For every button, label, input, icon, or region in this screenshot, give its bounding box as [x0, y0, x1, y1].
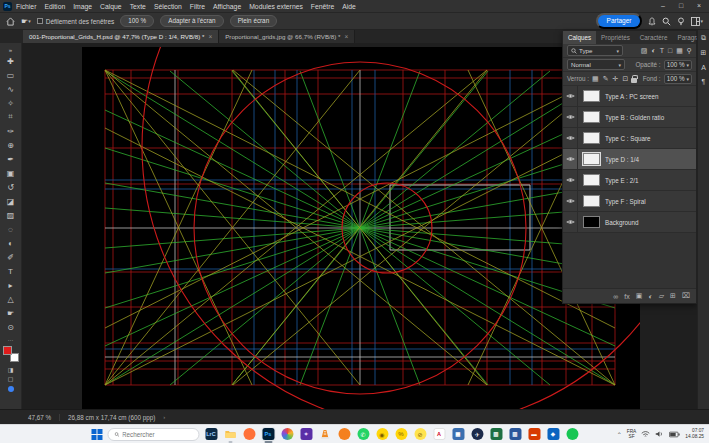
document-canvas[interactable]: [82, 47, 640, 409]
firefox-icon[interactable]: [242, 427, 256, 441]
collapsed-libraries-panel-icon[interactable]: ⊞: [701, 49, 707, 57]
link-layers-icon[interactable]: ∞: [613, 293, 618, 300]
clone-stamp-tool-icon[interactable]: ▣: [2, 166, 20, 180]
menu-item[interactable]: Aide: [342, 3, 356, 10]
layer-row[interactable]: Background: [563, 212, 696, 233]
layer-filter-select[interactable]: Type ▾: [567, 45, 623, 56]
search-icon[interactable]: [662, 17, 671, 26]
taskbar-search[interactable]: [107, 428, 199, 441]
fit-screen-button[interactable]: Adapter à l'écran: [160, 15, 223, 27]
green-circle-app-icon[interactable]: [565, 427, 579, 441]
collapsed-character-panel-icon[interactable]: A: [701, 64, 706, 71]
magic-wand-tool-icon[interactable]: ✧: [2, 96, 20, 110]
layer-row[interactable]: Type C : Square: [563, 128, 696, 149]
vlc-icon[interactable]: [318, 427, 332, 441]
edit-toolbar-icon[interactable]: …: [2, 334, 20, 343]
discover-bulb-icon[interactable]: [677, 17, 685, 26]
status-chevron-icon[interactable]: ›: [163, 414, 165, 420]
blur-tool-icon[interactable]: ◌: [2, 222, 20, 236]
checkbox-box[interactable]: [37, 18, 43, 24]
maximize-button[interactable]: □: [673, 0, 689, 12]
dark-circle-app-icon[interactable]: ✈: [470, 427, 484, 441]
layer-row[interactable]: Type D : 1/4: [563, 149, 696, 170]
gradient-tool-icon[interactable]: ▨: [2, 208, 20, 222]
menu-item[interactable]: Fenêtre: [311, 3, 334, 10]
hidden-icons-chevron-icon[interactable]: ⌃: [617, 431, 622, 438]
panel-tab-propriétés[interactable]: Propriétés: [596, 31, 635, 44]
yellow-app-icon-3[interactable]: ⊘: [413, 427, 427, 441]
purple-app-icon[interactable]: ✦: [299, 427, 313, 441]
orange-app-icon[interactable]: [337, 427, 351, 441]
history-brush-tool-icon[interactable]: ↺: [2, 180, 20, 194]
layer-thumbnail[interactable]: [583, 153, 600, 165]
file-explorer-icon[interactable]: [223, 427, 237, 441]
wifi-icon[interactable]: [641, 430, 650, 438]
filter-shape-layers-icon[interactable]: □: [668, 47, 672, 54]
green-tile-app-icon[interactable]: ▥: [489, 427, 503, 441]
new-layer-icon[interactable]: ⊞: [670, 292, 676, 300]
delete-layer-icon[interactable]: ⌧: [682, 292, 690, 300]
tab-close-icon[interactable]: ×: [344, 33, 348, 40]
workspace-switcher-icon[interactable]: ▾: [691, 17, 703, 26]
blue-tile-app-icon[interactable]: ▥: [508, 427, 522, 441]
quick-mask-icon[interactable]: ◨: [2, 365, 20, 374]
menu-item[interactable]: Image: [73, 3, 92, 10]
opacity-value[interactable]: 100 %▾: [664, 60, 692, 70]
speaker-icon[interactable]: [655, 430, 664, 438]
adjustment-layer-icon[interactable]: ◐: [648, 293, 652, 300]
menu-item[interactable]: Edition: [44, 3, 65, 10]
filter-adjustment-layers-icon[interactable]: ◐: [651, 47, 655, 54]
minimize-button[interactable]: –: [655, 0, 671, 12]
lightroom-classic-icon[interactable]: LrC: [204, 427, 218, 441]
document-tab[interactable]: Proportional_grids.jpg @ 66,7% (RVB/8) *…: [219, 30, 355, 43]
acrobat-icon[interactable]: A: [432, 427, 446, 441]
whatsapp-icon[interactable]: ✆: [356, 427, 370, 441]
panel-tab-caractère[interactable]: Caractère: [635, 31, 673, 44]
toolbar-collapse-icon[interactable]: »: [2, 45, 20, 54]
layer-row[interactable]: Type F : Spiral: [563, 191, 696, 212]
close-button[interactable]: ×: [691, 0, 707, 12]
layer-visibility-eye-icon[interactable]: [563, 107, 578, 127]
share-button[interactable]: Partager: [596, 13, 643, 29]
layer-visibility-eye-icon[interactable]: [563, 191, 578, 211]
menu-item[interactable]: Texte: [130, 3, 146, 10]
layer-row[interactable]: Type E : 2/1: [563, 170, 696, 191]
shape-tool-icon[interactable]: △: [2, 292, 20, 306]
layer-effects-icon[interactable]: fx: [624, 293, 629, 300]
crop-tool-icon[interactable]: ⌗: [2, 110, 20, 124]
fill-value[interactable]: 100 %▾: [664, 74, 692, 84]
layer-thumbnail[interactable]: [583, 111, 600, 123]
tab-close-icon[interactable]: ×: [208, 33, 212, 40]
menu-item[interactable]: Fichier: [16, 3, 36, 10]
layer-thumbnail[interactable]: [583, 132, 600, 144]
menu-item[interactable]: Calque: [100, 3, 122, 10]
blend-mode-select[interactable]: Normal▾: [567, 59, 625, 70]
collapsed-layers-panel-icon[interactable]: ⧉: [701, 34, 706, 42]
brush-tool-icon[interactable]: ✒: [2, 152, 20, 166]
layer-visibility-eye-icon[interactable]: [563, 86, 578, 106]
layer-visibility-eye-icon[interactable]: [563, 149, 578, 169]
layer-visibility-eye-icon[interactable]: [563, 128, 578, 148]
layer-thumbnail[interactable]: [583, 216, 600, 228]
start-button[interactable]: [91, 429, 102, 440]
foreground-color-swatch[interactable]: [3, 346, 12, 355]
layer-group-icon[interactable]: ▱: [659, 292, 664, 300]
photos-app-icon[interactable]: [280, 427, 294, 441]
screen-mode-icon[interactable]: ▢: [2, 374, 20, 383]
zoom-tool-icon[interactable]: ⊙: [2, 320, 20, 334]
full-screen-button[interactable]: Plein écran: [230, 15, 278, 27]
hand-tool-option-icon[interactable]: ☛▾: [21, 17, 31, 26]
eraser-tool-icon[interactable]: ◪: [2, 194, 20, 208]
filter-pin-icon[interactable]: ⚲: [687, 47, 692, 55]
menu-item[interactable]: Sélection: [154, 3, 182, 10]
layer-row[interactable]: Type A : PC screen: [563, 86, 696, 107]
photoshop-icon[interactable]: Ps: [261, 427, 275, 441]
move-tool-icon[interactable]: ✚: [2, 54, 20, 68]
document-tab[interactable]: 001-Proportional_Grids_H.psd @ 47,7% (Ty…: [23, 30, 219, 43]
layer-thumbnail[interactable]: [583, 174, 600, 186]
lasso-tool-icon[interactable]: ∿: [2, 82, 20, 96]
type-tool-icon[interactable]: T: [2, 264, 20, 278]
menu-item[interactable]: Filtre: [190, 3, 205, 10]
yellow-app-icon-2[interactable]: %: [394, 427, 408, 441]
battery-icon[interactable]: [669, 431, 680, 438]
